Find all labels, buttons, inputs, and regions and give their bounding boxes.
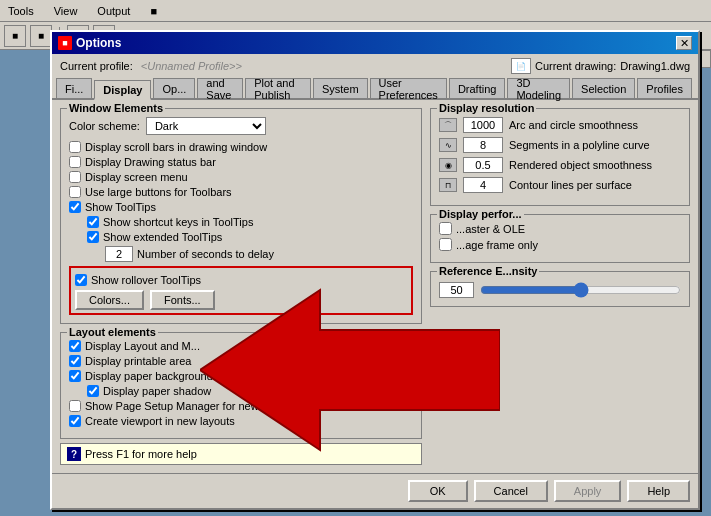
seconds-input[interactable] (105, 246, 133, 262)
cb-scroll-bars-input[interactable] (69, 141, 81, 153)
res-row-arc: ⌒ Arc and circle smoothness (439, 117, 681, 133)
res-rendered-icon: ◉ (439, 158, 457, 172)
cb-shortcut-keys: Show shortcut keys in ToolTips (87, 216, 413, 228)
cb-screen-menu-label: Display screen menu (85, 171, 188, 183)
cb-tooltips: Show ToolTips (69, 201, 413, 213)
cb-rollover-input[interactable] (75, 274, 87, 286)
cb-shortcut-keys-input[interactable] (87, 216, 99, 228)
cb-extended-tooltips-label: Show extended ToolTips (103, 231, 222, 243)
dialog-title-text: Options (76, 36, 121, 50)
res-segments-input[interactable] (463, 137, 503, 153)
menu-extra: ■ (146, 3, 161, 19)
cb-large-buttons-label: Use large buttons for Toolbars (85, 186, 232, 198)
fonts-button[interactable]: Fonts... (150, 290, 215, 310)
toolbar-btn-2[interactable]: ■ (30, 25, 52, 47)
display-resolution-group: Display resolution ⌒ Arc and circle smoo… (430, 108, 690, 206)
res-segments-icon: ∿ (439, 138, 457, 152)
cancel-button[interactable]: Cancel (474, 480, 548, 502)
perf-group-label: Display perfor... (437, 208, 524, 220)
tab-open[interactable]: Op... (153, 78, 195, 98)
cb-large-buttons: Use large buttons for Toolbars (69, 186, 413, 198)
ok-button[interactable]: OK (408, 480, 468, 502)
cb-screen-menu-input[interactable] (69, 171, 81, 183)
menu-view[interactable]: View (50, 3, 82, 19)
cb-viewport-input[interactable] (69, 415, 81, 427)
color-fonts-btns: Colors... Fonts... (75, 290, 407, 310)
cb-drawing-status-input[interactable] (69, 156, 81, 168)
res-rendered-label: Rendered object smoothness (509, 159, 681, 171)
cb-paper-shadow-input[interactable] (87, 385, 99, 397)
cb-tooltips-input[interactable] (69, 201, 81, 213)
drawing-icon: 📄 (511, 58, 531, 74)
tab-profiles[interactable]: Profiles (637, 78, 692, 98)
tooltip-area: ? Press F1 for more help (60, 443, 422, 465)
ref-slider[interactable] (480, 284, 681, 296)
colors-button[interactable]: Colors... (75, 290, 144, 310)
cb-raster-ole-input[interactable] (439, 222, 452, 235)
cb-image-frame: ...age frame only (439, 238, 681, 251)
tab-user-prefs[interactable]: User Preferences (370, 78, 447, 98)
cb-image-frame-label: ...age frame only (456, 239, 538, 251)
dialog-close-button[interactable]: ✕ (676, 36, 692, 50)
window-elements-group: Window Elements Color scheme: Dark Light… (60, 108, 422, 324)
color-scheme-select[interactable]: Dark Light (146, 117, 266, 135)
res-arc-input[interactable] (463, 117, 503, 133)
cb-scroll-bars-label: Display scroll bars in drawing window (85, 141, 267, 153)
options-dialog: ■ Options ✕ Current profile: <Unnamed Pr… (50, 30, 700, 510)
cb-extended-tooltips-input[interactable] (87, 231, 99, 243)
toolbar-btn-1[interactable]: ■ (4, 25, 26, 47)
tab-display[interactable]: Display (94, 80, 151, 100)
cb-paper-shadow: Display paper shadow (87, 385, 413, 397)
current-profile-value: <Unnamed Profile>> (141, 60, 242, 72)
tab-drafting[interactable]: Drafting (449, 78, 506, 98)
res-rendered-input[interactable] (463, 157, 503, 173)
cb-page-setup-input[interactable] (69, 400, 81, 412)
tab-selection[interactable]: Selection (572, 78, 635, 98)
cb-raster-ole-label: ...aster & OLE (456, 223, 525, 235)
display-performance-group: Display perfor... ...aster & OLE ...age … (430, 214, 690, 263)
menu-tools[interactable]: Tools (4, 3, 38, 19)
cb-large-buttons-input[interactable] (69, 186, 81, 198)
seconds-row: Number of seconds to delay (105, 246, 413, 262)
dialog-footer: OK Cancel Apply Help (52, 473, 698, 508)
current-drawing-value: Drawing1.dwg (620, 60, 690, 72)
ref-row (439, 282, 681, 298)
current-drawing: 📄 Current drawing: Drawing1.dwg (511, 58, 690, 74)
resolution-group-label: Display resolution (437, 102, 536, 114)
cb-paper-shadow-label: Display paper shadow (103, 385, 211, 397)
cb-paper-bg: Display paper background (69, 370, 413, 382)
tab-3d[interactable]: 3D Modeling (507, 78, 570, 98)
cb-image-frame-input[interactable] (439, 238, 452, 251)
menu-output[interactable]: Output (93, 3, 134, 19)
cb-layout-model-label: Display Layout and M... (85, 340, 200, 352)
ref-value-input[interactable] (439, 282, 474, 298)
color-scheme-row: Color scheme: Dark Light (69, 117, 413, 135)
window-elements-label: Window Elements (67, 102, 165, 114)
cb-viewport: Create viewport in new layouts (69, 415, 413, 427)
cb-layout-model-input[interactable] (69, 340, 81, 352)
cb-drawing-status: Display Drawing status bar (69, 156, 413, 168)
tab-plot-publish[interactable]: Plot and Publish (245, 78, 311, 98)
tooltip-text: Press F1 for more help (85, 448, 197, 460)
tooltip-icon: ? (67, 447, 81, 461)
apply-button[interactable]: Apply (554, 480, 622, 502)
cb-screen-menu: Display screen menu (69, 171, 413, 183)
help-button[interactable]: Help (627, 480, 690, 502)
tab-and-save[interactable]: and Save (197, 78, 243, 98)
cb-extended-tooltips: Show extended ToolTips (87, 231, 413, 243)
res-arc-label: Arc and circle smoothness (509, 119, 681, 131)
cb-page-setup-label: Show Page Setup Manager for new layouts (85, 400, 297, 412)
cb-printable-area: Display printable area (69, 355, 413, 367)
cb-printable-area-input[interactable] (69, 355, 81, 367)
reference-edit-group: Reference E...nsity (430, 271, 690, 307)
left-panel: Window Elements Color scheme: Dark Light… (60, 108, 422, 465)
cb-scroll-bars: Display scroll bars in drawing window (69, 141, 413, 153)
res-contour-input[interactable] (463, 177, 503, 193)
tab-system[interactable]: System (313, 78, 368, 98)
cb-paper-bg-input[interactable] (69, 370, 81, 382)
cb-viewport-label: Create viewport in new layouts (85, 415, 235, 427)
current-drawing-label: Current drawing: (535, 60, 616, 72)
tab-files[interactable]: Fi... (56, 78, 92, 98)
current-profile-label: Current profile: (60, 60, 133, 72)
rollover-section: Show rollover ToolTips Colors... Fonts..… (69, 266, 413, 315)
